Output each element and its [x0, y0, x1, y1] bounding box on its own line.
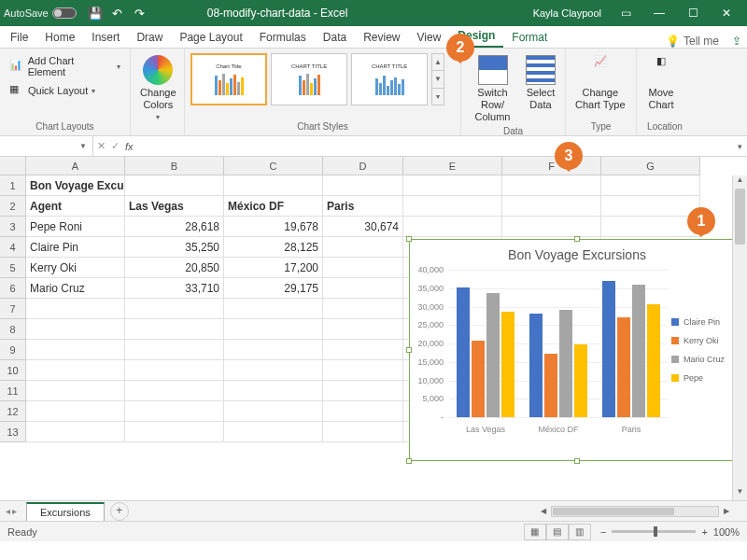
share-button[interactable]: ⇪: [726, 35, 747, 48]
bar-cluster[interactable]: [449, 270, 522, 417]
fx-icon[interactable]: fx: [125, 141, 134, 152]
bar[interactable]: [486, 293, 500, 417]
row-header-4[interactable]: 4: [0, 237, 26, 258]
save-button[interactable]: 💾: [84, 2, 106, 24]
add-chart-element-button[interactable]: 📊 Add Chart Element ▾: [6, 53, 124, 79]
row-header-8[interactable]: 8: [0, 319, 26, 340]
row-header-11[interactable]: 11: [0, 381, 26, 401]
tab-draw[interactable]: Draw: [128, 27, 171, 48]
bar-cluster[interactable]: [522, 270, 595, 417]
tab-home[interactable]: Home: [36, 27, 83, 48]
col-header-e[interactable]: E: [403, 157, 502, 175]
change-colors-button[interactable]: Change Colors▾: [136, 53, 180, 124]
column-headers[interactable]: A B C D E F G: [26, 157, 700, 175]
gallery-scroll[interactable]: ▲▼▾: [431, 53, 444, 105]
expand-formula-bar[interactable]: ▾: [732, 142, 747, 151]
add-sheet-button[interactable]: +: [110, 502, 129, 521]
legend-item[interactable]: Claire Pin: [671, 317, 739, 327]
sheet-tab-excursions[interactable]: Excursions: [26, 502, 105, 521]
bar[interactable]: [457, 287, 470, 417]
select-data-button[interactable]: Select Data: [522, 53, 559, 113]
maximize-button[interactable]: ☐: [676, 0, 710, 26]
cell-a2[interactable]: Agent: [26, 196, 125, 217]
normal-view-button[interactable]: ▦: [524, 524, 546, 540]
zoom-out-button[interactable]: −: [600, 526, 606, 538]
vertical-scrollbar[interactable]: ▲ ▼: [732, 175, 747, 500]
chart-title[interactable]: Bon Voyage Excursions: [410, 240, 744, 266]
col-header-c[interactable]: C: [224, 157, 323, 175]
bar[interactable]: [602, 281, 615, 417]
chart-style-gallery[interactable]: Chart Title CHART TITLE CHART TITLE ▲▼▾: [190, 53, 444, 105]
chart-style-1[interactable]: Chart Title: [190, 53, 267, 105]
row-headers[interactable]: 12345678910111213: [0, 175, 26, 442]
row-header-7[interactable]: 7: [0, 299, 26, 319]
ribbon-options-button[interactable]: ▭: [609, 0, 642, 26]
autosave-toggle[interactable]: AutoSave: [4, 7, 77, 19]
row-header-10[interactable]: 10: [0, 360, 26, 381]
col-header-b[interactable]: B: [125, 157, 224, 175]
bar[interactable]: [647, 304, 660, 417]
cancel-formula-icon[interactable]: ✕: [97, 140, 106, 152]
cells[interactable]: Bon Voyage Excursions Agent Las Vegas Mé…: [26, 175, 700, 442]
horizontal-scrollbar[interactable]: ◀ ▶: [538, 506, 747, 517]
legend-item[interactable]: Mario Cruz: [671, 355, 739, 364]
tab-file[interactable]: File: [2, 27, 36, 48]
tab-page-layout[interactable]: Page Layout: [171, 27, 250, 48]
col-header-f[interactable]: F: [502, 157, 601, 175]
tab-format[interactable]: Format: [503, 27, 556, 48]
change-chart-type-button[interactable]: 📈 Change Chart Type: [571, 53, 629, 113]
col-header-d[interactable]: D: [323, 157, 403, 175]
cell-b2[interactable]: Las Vegas: [125, 196, 224, 217]
row-header-9[interactable]: 9: [0, 340, 26, 360]
legend-item[interactable]: Kerry Oki: [671, 336, 739, 345]
tab-formulas[interactable]: Formulas: [251, 27, 315, 48]
scroll-up-icon[interactable]: ▲: [733, 175, 747, 189]
chart-style-3[interactable]: CHART TITLE: [351, 53, 428, 105]
bar[interactable]: [617, 317, 630, 417]
cell-a1[interactable]: Bon Voyage Excursions: [26, 175, 125, 196]
col-header-a[interactable]: A: [26, 157, 125, 175]
scrollbar-thumb[interactable]: [735, 189, 745, 245]
bar[interactable]: [501, 312, 514, 417]
row-header-1[interactable]: 1: [0, 175, 26, 196]
page-break-view-button[interactable]: ▥: [569, 524, 591, 540]
cell-d2[interactable]: Paris: [323, 196, 403, 217]
bar[interactable]: [559, 310, 572, 417]
quick-layout-button[interactable]: ▦ Quick Layout ▾: [6, 81, 99, 100]
bar[interactable]: [529, 314, 543, 417]
row-header-5[interactable]: 5: [0, 258, 26, 278]
user-name[interactable]: Kayla Claypool: [533, 7, 601, 19]
bar-cluster[interactable]: [595, 270, 668, 417]
bar[interactable]: [574, 344, 587, 417]
col-header-g[interactable]: G: [601, 157, 700, 175]
row-header-13[interactable]: 13: [0, 422, 26, 442]
minimize-button[interactable]: —: [642, 0, 676, 26]
zoom-control[interactable]: − + 100%: [600, 526, 740, 538]
page-layout-view-button[interactable]: ▤: [546, 524, 569, 540]
cell-c2[interactable]: México DF: [224, 196, 323, 217]
switch-row-column-button[interactable]: Switch Row/ Column: [467, 53, 518, 126]
bar[interactable]: [632, 285, 645, 417]
embedded-chart[interactable]: Bon Voyage Excursions -5,00010,00015,000…: [409, 239, 745, 461]
enter-formula-icon[interactable]: ✓: [111, 140, 120, 152]
tab-review[interactable]: Review: [355, 27, 408, 48]
bar[interactable]: [544, 354, 557, 417]
tab-insert[interactable]: Insert: [83, 27, 128, 48]
zoom-in-button[interactable]: +: [701, 526, 707, 538]
row-header-2[interactable]: 2: [0, 196, 26, 217]
plot-area[interactable]: -5,00010,00015,00020,00025,00030,00035,0…: [410, 266, 671, 434]
select-all-corner[interactable]: [0, 157, 26, 175]
chart-style-2[interactable]: CHART TITLE: [271, 53, 347, 105]
legend-item[interactable]: Pepe: [671, 373, 739, 383]
scroll-down-icon[interactable]: ▼: [733, 487, 747, 500]
row-header-6[interactable]: 6: [0, 278, 26, 299]
row-header-12[interactable]: 12: [0, 401, 26, 422]
close-button[interactable]: ✕: [710, 0, 743, 26]
zoom-slider[interactable]: [612, 530, 696, 533]
move-chart-button[interactable]: ◧ Move Chart: [642, 53, 680, 113]
bar[interactable]: [472, 341, 485, 417]
tab-data[interactable]: Data: [315, 27, 355, 48]
undo-button[interactable]: ↶: [106, 2, 129, 24]
redo-button[interactable]: ↷: [129, 2, 151, 24]
sheet-nav[interactable]: ◂▸: [0, 506, 22, 516]
